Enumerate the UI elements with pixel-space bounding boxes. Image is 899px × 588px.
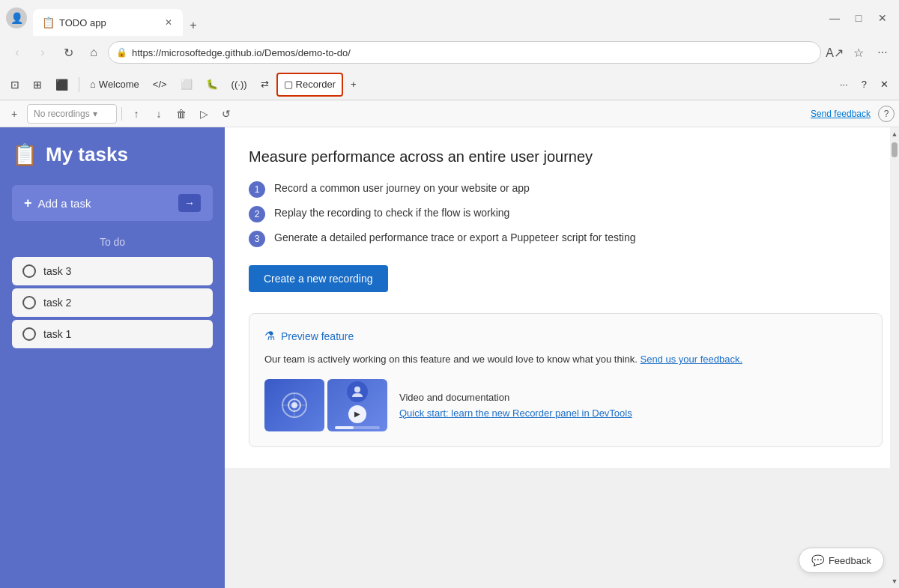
content-title: Measure performance across an entire use… — [249, 148, 883, 166]
add-task-label: Add a task — [38, 197, 172, 210]
task-3-checkbox[interactable] — [22, 264, 36, 278]
sidebar-header: 📋 My tasks — [12, 142, 213, 167]
add-task-plus-icon: + — [24, 196, 32, 211]
quickstart-link[interactable]: Quick start: learn the new Recorder pane… — [399, 407, 632, 419]
feedback-button[interactable]: 💬 Feedback — [799, 548, 884, 573]
step-1-text: Record a common user journey on your web… — [274, 181, 530, 196]
toggle-icon: ⬛ — [55, 79, 68, 91]
recordings-dropdown[interactable]: No recordings ▾ — [27, 104, 117, 124]
scrollbar[interactable]: ▲ ▼ — [890, 127, 899, 588]
nav-right-buttons: A↗ ☆ ··· — [824, 42, 893, 63]
minimize-button[interactable]: — — [824, 7, 845, 28]
device-emulation-button[interactable]: ⊞ — [27, 73, 48, 97]
window-controls: — □ ✕ — [824, 7, 893, 28]
tab-elements[interactable]: </> — [147, 73, 173, 97]
scroll-down-arrow[interactable]: ▼ — [889, 575, 899, 588]
add-task-button[interactable]: + Add a task → — [12, 185, 213, 221]
elements-icon: </> — [153, 79, 167, 90]
devtools-toolbar: ⊡ ⊞ ⬛ ⌂ Welcome </> ⬜ 🐛 ((·)) ⇄ ▢ Record… — [0, 69, 899, 100]
import-button[interactable]: ↑ — [127, 104, 146, 124]
recorder-thumb-icon — [279, 390, 309, 420]
devtools-more-button[interactable]: ··· — [834, 73, 854, 97]
sources-icon: 🐛 — [206, 79, 218, 90]
tab-welcome[interactable]: ⌂ Welcome — [84, 73, 145, 97]
step-1: 1 Record a common user journey on your w… — [249, 181, 883, 198]
sub-help-button[interactable]: ? — [878, 106, 895, 122]
active-tab[interactable]: 📋 TODO app ✕ — [33, 9, 183, 36]
task-list: task 3 task 2 task 1 — [12, 257, 213, 348]
step-3-number: 3 — [249, 231, 265, 247]
devtools-content: Measure performance across an entire use… — [225, 127, 899, 468]
preview-flask-icon: ⚗ — [264, 329, 275, 343]
performance-icon: ⇄ — [261, 79, 269, 90]
close-icon: ✕ — [880, 79, 889, 90]
devtools-help-button[interactable]: ? — [856, 73, 873, 97]
network-icon: ((·)) — [231, 79, 247, 90]
step-3: 3 Generate a detailed performance trace … — [249, 230, 883, 247]
devtools-close-button[interactable]: ✕ — [874, 73, 895, 97]
preview-text: Our team is actively working on this fea… — [264, 352, 867, 367]
steps-list: 1 Record a common user journey on your w… — [249, 181, 883, 247]
tab-close-button[interactable]: ✕ — [163, 16, 174, 29]
task-2-checkbox[interactable] — [22, 296, 36, 309]
reload-button[interactable]: ↻ — [57, 41, 79, 64]
console-icon: ⬜ — [181, 79, 193, 90]
delete-button[interactable]: 🗑 — [172, 104, 191, 124]
tab-sources[interactable]: 🐛 — [200, 73, 224, 97]
tab-network[interactable]: ((·)) — [225, 73, 253, 97]
create-recording-button[interactable]: Create a new recording — [249, 265, 388, 292]
step-2: 2 Replay the recording to check if the f… — [249, 205, 883, 222]
forward-button[interactable]: › — [31, 41, 54, 64]
recorder-icon: ▢ — [284, 79, 293, 90]
avatar[interactable]: 👤 — [6, 7, 27, 28]
task-1-checkbox[interactable] — [22, 327, 36, 341]
lock-icon: 🔒 — [116, 47, 127, 58]
export-button[interactable]: ↓ — [149, 104, 169, 124]
nav-bar: ‹ › ↻ ⌂ 🔒 https://microsoftedge.github.i… — [0, 36, 899, 69]
send-feedback-link[interactable]: Send feedback — [811, 109, 871, 119]
toggle-device-button[interactable]: ⬛ — [49, 73, 74, 97]
section-label: To do — [12, 236, 213, 248]
task-item[interactable]: task 1 — [12, 320, 213, 348]
person-icon — [351, 385, 364, 398]
main-layout: 📋 My tasks + Add a task → To do task 3 t… — [0, 127, 899, 588]
inspect-button[interactable]: ⊡ — [4, 73, 25, 97]
back-button[interactable]: ‹ — [6, 41, 28, 64]
maximize-button[interactable]: □ — [848, 7, 869, 28]
add-icon: + — [351, 79, 357, 90]
inspect-icon: ⊡ — [10, 79, 19, 91]
new-tab-button[interactable]: + — [183, 15, 204, 36]
read-aloud-button[interactable]: A↗ — [824, 42, 845, 63]
preview-title: Preview feature — [281, 330, 354, 342]
play-circle-icon: ▶ — [348, 405, 366, 423]
preview-media: ▶ Video and documentation Quick start: l… — [264, 379, 867, 431]
tab-recorder[interactable]: ▢ Recorder — [276, 73, 343, 97]
devtools-sub-toolbar: + No recordings ▾ ↑ ↓ 🗑 ▷ ↺ Send feedbac… — [0, 100, 899, 127]
feedback-icon: 💬 — [811, 554, 824, 566]
feedback-link[interactable]: Send us your feedback. — [640, 354, 742, 365]
tab-bar: 📋 TODO app ✕ + — [33, 0, 818, 36]
home-button[interactable]: ⌂ — [82, 41, 105, 64]
close-button[interactable]: ✕ — [872, 7, 893, 28]
welcome-label: Welcome — [99, 79, 139, 90]
task-item[interactable]: task 2 — [12, 288, 213, 317]
sidebar-logo-icon: 📋 — [12, 142, 38, 167]
step-1-number: 1 — [249, 181, 265, 198]
tab-performance[interactable]: ⇄ — [255, 73, 275, 97]
scroll-thumb[interactable] — [892, 142, 898, 157]
add-panel-button[interactable]: + — [345, 73, 363, 97]
tab-console[interactable]: ⬜ — [175, 73, 199, 97]
scroll-up-arrow[interactable]: ▲ — [889, 127, 899, 141]
url-bar[interactable]: 🔒 https://microsoftedge.github.io/Demos/… — [108, 41, 821, 64]
thumbnail-left — [264, 379, 324, 431]
more-button[interactable]: ··· — [872, 42, 893, 63]
tab-icon: 📋 — [42, 16, 55, 28]
task-item[interactable]: task 3 — [12, 257, 213, 285]
favorites-button[interactable]: ☆ — [848, 42, 869, 63]
add-recording-button[interactable]: + — [4, 104, 24, 124]
sub-separator-1 — [121, 107, 122, 121]
thumbnail-right: ▶ — [327, 379, 387, 431]
play-button[interactable]: ▷ — [194, 104, 214, 124]
replay-button[interactable]: ↺ — [217, 104, 236, 124]
preview-header: ⚗ Preview feature — [264, 329, 867, 343]
